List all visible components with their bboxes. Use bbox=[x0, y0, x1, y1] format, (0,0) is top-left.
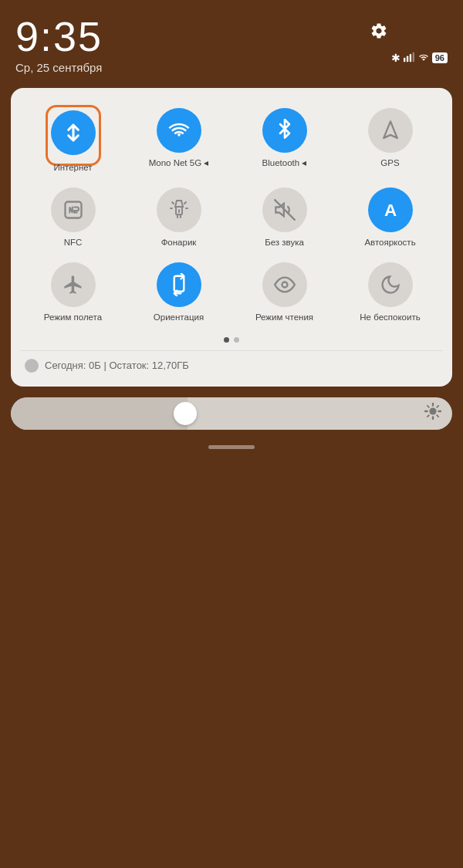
wifi-label: Mono Net 5G ◂ bbox=[149, 158, 209, 169]
toggle-item-flashlight[interactable]: Фонарик bbox=[126, 180, 231, 255]
dot-1 bbox=[224, 337, 229, 343]
autobrightness-label: Автояркость bbox=[364, 238, 415, 248]
toggle-item-reading[interactable]: Режим чтения bbox=[231, 255, 337, 329]
nfc-circle bbox=[51, 187, 96, 232]
svg-line-22 bbox=[428, 406, 429, 407]
silent-label: Без звука bbox=[265, 238, 304, 248]
gps-circle bbox=[368, 108, 413, 153]
toggle-item-nfc[interactable]: NFC bbox=[20, 180, 126, 255]
airplane-circle bbox=[51, 262, 96, 307]
data-icon bbox=[25, 359, 39, 373]
brightness-slider[interactable] bbox=[11, 397, 452, 430]
toggle-item-airplane[interactable]: Режим полета bbox=[20, 255, 126, 329]
toggle-item-internet[interactable]: Интернет bbox=[20, 100, 126, 180]
svg-text:A: A bbox=[384, 201, 396, 220]
today-value: 0Б bbox=[89, 360, 101, 371]
svg-point-17 bbox=[429, 408, 436, 415]
status-time: 9:35 bbox=[15, 14, 103, 59]
remaining-label: Остаток: bbox=[109, 360, 149, 371]
brightness-high-icon bbox=[424, 403, 441, 424]
svg-point-11 bbox=[282, 282, 287, 287]
status-date: Ср, 25 сентября bbox=[15, 61, 103, 74]
svg-rect-0 bbox=[404, 57, 405, 61]
remaining-value: 12,70ГБ bbox=[152, 360, 189, 371]
reading-label: Режим чтения bbox=[255, 312, 313, 323]
gear-icon[interactable] bbox=[370, 22, 388, 45]
toggle-item-orientation[interactable]: Ориентация bbox=[126, 255, 231, 329]
reading-circle bbox=[262, 262, 307, 307]
home-bar bbox=[208, 445, 255, 449]
status-right: ✱ 96 bbox=[370, 14, 448, 66]
airplane-label: Режим полета bbox=[44, 312, 102, 323]
svg-line-23 bbox=[437, 415, 438, 417]
internet-label: Интернет bbox=[53, 163, 92, 174]
status-icons-row: ✱ 96 bbox=[391, 52, 448, 65]
nfc-label: NFC bbox=[64, 238, 83, 248]
wifi-status-icon bbox=[417, 52, 430, 65]
orientation-label: Ориентация bbox=[154, 312, 204, 323]
gps-label: GPS bbox=[380, 158, 399, 169]
bluetooth-circle bbox=[262, 108, 307, 153]
flashlight-label: Фонарик bbox=[161, 238, 197, 248]
dnd-label: Не беспокоить bbox=[360, 312, 420, 323]
flashlight-circle bbox=[157, 187, 201, 232]
data-usage-bar: Сегодня: 0Б | Остаток: 12,70ГБ bbox=[20, 350, 443, 376]
toggle-item-dnd[interactable]: Не беспокоить bbox=[337, 255, 443, 329]
toggle-item-bluetooth[interactable]: Bluetooth ◂ bbox=[231, 100, 337, 180]
dot-2 bbox=[234, 337, 239, 343]
internet-circle bbox=[51, 110, 96, 155]
today-label: Сегодня: bbox=[45, 360, 86, 371]
wifi-circle bbox=[157, 108, 201, 153]
toggle-item-autobrightness[interactable]: A Автояркость bbox=[337, 180, 443, 255]
svg-line-25 bbox=[428, 415, 429, 417]
brightness-handle[interactable] bbox=[174, 402, 197, 425]
data-today-label: Сегодня: 0Б | Остаток: 12,70ГБ bbox=[45, 360, 189, 371]
orientation-circle bbox=[157, 262, 201, 307]
bluetooth-status-icon: ✱ bbox=[391, 52, 400, 64]
bluetooth-label: Bluetooth ◂ bbox=[262, 158, 307, 169]
status-left: 9:35 Ср, 25 сентября bbox=[15, 14, 103, 74]
toggle-item-gps[interactable]: GPS bbox=[337, 100, 443, 180]
toggle-item-wifi[interactable]: Mono Net 5G ◂ bbox=[126, 100, 231, 180]
signal-icon bbox=[403, 52, 415, 65]
dnd-circle bbox=[368, 262, 413, 307]
silent-circle bbox=[262, 187, 307, 232]
toggle-item-silent[interactable]: Без звука bbox=[231, 180, 337, 255]
home-indicator bbox=[0, 445, 463, 449]
svg-rect-2 bbox=[410, 54, 411, 62]
brightness-fill-left bbox=[11, 397, 188, 430]
status-bar: 9:35 Ср, 25 сентября ✱ bbox=[0, 0, 463, 80]
autobrightness-circle: A bbox=[368, 187, 413, 232]
quick-settings-panel: Интернет Mono Net 5G ◂ Bluetooth ◂ bbox=[11, 88, 452, 386]
internet-selected-wrapper bbox=[46, 105, 101, 166]
svg-rect-1 bbox=[407, 56, 408, 62]
pagination-dots bbox=[20, 337, 443, 343]
battery-badge: 96 bbox=[432, 52, 448, 63]
svg-rect-3 bbox=[412, 52, 414, 61]
toggle-grid: Интернет Mono Net 5G ◂ Bluetooth ◂ bbox=[20, 100, 443, 329]
svg-line-24 bbox=[437, 406, 438, 407]
